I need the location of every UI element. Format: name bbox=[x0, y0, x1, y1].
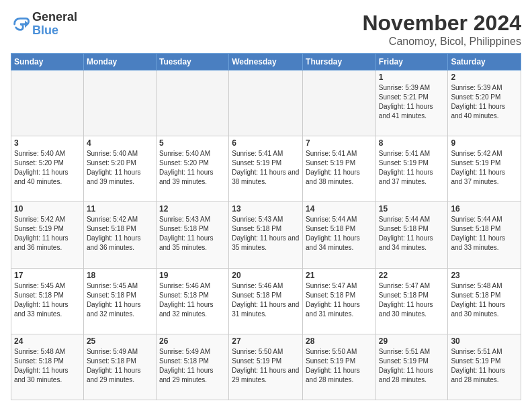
day-info: Sunrise: 5:44 AM Sunset: 5:18 PM Dayligh… bbox=[306, 215, 373, 253]
calendar-cell: 3Sunrise: 5:40 AM Sunset: 5:20 PM Daylig… bbox=[11, 136, 84, 202]
day-number: 30 bbox=[451, 336, 518, 346]
day-info: Sunrise: 5:41 AM Sunset: 5:19 PM Dayligh… bbox=[306, 149, 373, 187]
day-info: Sunrise: 5:49 AM Sunset: 5:18 PM Dayligh… bbox=[159, 347, 226, 385]
day-number: 7 bbox=[306, 138, 373, 148]
day-info: Sunrise: 5:44 AM Sunset: 5:18 PM Dayligh… bbox=[451, 215, 518, 253]
day-info: Sunrise: 5:40 AM Sunset: 5:20 PM Dayligh… bbox=[14, 149, 81, 187]
calendar-cell: 1Sunrise: 5:39 AM Sunset: 5:21 PM Daylig… bbox=[375, 71, 448, 136]
calendar-cell: 30Sunrise: 5:51 AM Sunset: 5:19 PM Dayli… bbox=[448, 334, 521, 400]
day-info: Sunrise: 5:39 AM Sunset: 5:20 PM Dayligh… bbox=[451, 83, 518, 121]
day-info: Sunrise: 5:46 AM Sunset: 5:18 PM Dayligh… bbox=[159, 281, 226, 319]
calendar-cell: 10Sunrise: 5:42 AM Sunset: 5:19 PM Dayli… bbox=[11, 202, 84, 268]
day-info: Sunrise: 5:43 AM Sunset: 5:18 PM Dayligh… bbox=[232, 215, 300, 253]
col-sunday: Sunday bbox=[11, 54, 84, 71]
calendar-cell bbox=[229, 71, 303, 136]
calendar-week-4: 17Sunrise: 5:45 AM Sunset: 5:18 PM Dayli… bbox=[11, 268, 521, 334]
day-info: Sunrise: 5:45 AM Sunset: 5:18 PM Dayligh… bbox=[14, 281, 81, 319]
location-title: Canomoy, Bicol, Philippines bbox=[362, 36, 521, 48]
day-info: Sunrise: 5:50 AM Sunset: 5:19 PM Dayligh… bbox=[306, 347, 373, 385]
calendar-cell: 15Sunrise: 5:44 AM Sunset: 5:18 PM Dayli… bbox=[375, 202, 448, 268]
day-info: Sunrise: 5:41 AM Sunset: 5:19 PM Dayligh… bbox=[232, 149, 300, 187]
calendar-cell bbox=[303, 71, 376, 136]
logo-text: General Blue bbox=[32, 11, 77, 38]
day-number: 13 bbox=[232, 204, 300, 214]
col-saturday: Saturday bbox=[448, 54, 521, 71]
day-info: Sunrise: 5:48 AM Sunset: 5:18 PM Dayligh… bbox=[451, 281, 518, 319]
calendar-cell: 12Sunrise: 5:43 AM Sunset: 5:18 PM Dayli… bbox=[156, 202, 228, 268]
day-info: Sunrise: 5:41 AM Sunset: 5:19 PM Dayligh… bbox=[379, 149, 445, 187]
day-number: 25 bbox=[87, 336, 153, 346]
calendar-cell: 27Sunrise: 5:50 AM Sunset: 5:19 PM Dayli… bbox=[229, 334, 303, 400]
calendar-week-5: 24Sunrise: 5:48 AM Sunset: 5:18 PM Dayli… bbox=[11, 334, 521, 400]
day-number: 15 bbox=[379, 204, 445, 214]
calendar-cell: 14Sunrise: 5:44 AM Sunset: 5:18 PM Dayli… bbox=[303, 202, 376, 268]
day-number: 28 bbox=[306, 336, 373, 346]
calendar-cell: 2Sunrise: 5:39 AM Sunset: 5:20 PM Daylig… bbox=[448, 71, 521, 136]
day-number: 17 bbox=[14, 271, 81, 280]
day-number: 22 bbox=[379, 271, 445, 280]
day-number: 20 bbox=[232, 271, 300, 280]
page: General Blue November 2024 Canomoy, Bico… bbox=[0, 0, 532, 411]
col-wednesday: Wednesday bbox=[229, 54, 303, 71]
calendar-cell: 5Sunrise: 5:40 AM Sunset: 5:20 PM Daylig… bbox=[156, 136, 228, 202]
day-info: Sunrise: 5:50 AM Sunset: 5:19 PM Dayligh… bbox=[232, 347, 300, 385]
logo-icon bbox=[11, 15, 30, 34]
day-info: Sunrise: 5:42 AM Sunset: 5:19 PM Dayligh… bbox=[451, 149, 518, 187]
day-info: Sunrise: 5:39 AM Sunset: 5:21 PM Dayligh… bbox=[379, 83, 445, 121]
col-friday: Friday bbox=[375, 54, 448, 71]
day-info: Sunrise: 5:40 AM Sunset: 5:20 PM Dayligh… bbox=[87, 149, 153, 187]
day-number: 27 bbox=[232, 336, 300, 346]
calendar-cell: 19Sunrise: 5:46 AM Sunset: 5:18 PM Dayli… bbox=[156, 268, 228, 334]
day-number: 3 bbox=[14, 138, 81, 148]
calendar-cell: 18Sunrise: 5:45 AM Sunset: 5:18 PM Dayli… bbox=[83, 268, 156, 334]
day-info: Sunrise: 5:47 AM Sunset: 5:18 PM Dayligh… bbox=[306, 281, 373, 319]
day-info: Sunrise: 5:46 AM Sunset: 5:18 PM Dayligh… bbox=[232, 281, 300, 319]
day-info: Sunrise: 5:43 AM Sunset: 5:18 PM Dayligh… bbox=[159, 215, 226, 253]
day-number: 18 bbox=[87, 271, 153, 280]
calendar-cell bbox=[11, 71, 84, 136]
calendar-cell: 28Sunrise: 5:50 AM Sunset: 5:19 PM Dayli… bbox=[303, 334, 376, 400]
day-number: 10 bbox=[14, 204, 81, 214]
calendar-cell: 24Sunrise: 5:48 AM Sunset: 5:18 PM Dayli… bbox=[11, 334, 84, 400]
day-number: 16 bbox=[451, 204, 518, 214]
day-number: 26 bbox=[159, 336, 226, 346]
calendar: Sunday Monday Tuesday Wednesday Thursday… bbox=[11, 53, 521, 400]
logo-line2: Blue bbox=[32, 24, 77, 38]
day-info: Sunrise: 5:49 AM Sunset: 5:18 PM Dayligh… bbox=[87, 347, 153, 385]
calendar-cell bbox=[83, 71, 156, 136]
day-number: 19 bbox=[159, 271, 226, 280]
day-info: Sunrise: 5:40 AM Sunset: 5:20 PM Dayligh… bbox=[159, 149, 226, 187]
day-info: Sunrise: 5:42 AM Sunset: 5:19 PM Dayligh… bbox=[14, 215, 81, 253]
day-number: 12 bbox=[159, 204, 226, 214]
day-info: Sunrise: 5:42 AM Sunset: 5:18 PM Dayligh… bbox=[87, 215, 153, 253]
day-number: 4 bbox=[87, 138, 153, 148]
calendar-cell: 21Sunrise: 5:47 AM Sunset: 5:18 PM Dayli… bbox=[303, 268, 376, 334]
calendar-cell: 20Sunrise: 5:46 AM Sunset: 5:18 PM Dayli… bbox=[229, 268, 303, 334]
logo-line1: General bbox=[32, 11, 77, 24]
col-tuesday: Tuesday bbox=[156, 54, 228, 71]
calendar-cell: 17Sunrise: 5:45 AM Sunset: 5:18 PM Dayli… bbox=[11, 268, 84, 334]
day-number: 14 bbox=[306, 204, 373, 214]
day-number: 29 bbox=[379, 336, 445, 346]
calendar-cell: 23Sunrise: 5:48 AM Sunset: 5:18 PM Dayli… bbox=[448, 268, 521, 334]
day-number: 9 bbox=[451, 138, 518, 148]
calendar-week-3: 10Sunrise: 5:42 AM Sunset: 5:19 PM Dayli… bbox=[11, 202, 521, 268]
calendar-cell: 26Sunrise: 5:49 AM Sunset: 5:18 PM Dayli… bbox=[156, 334, 228, 400]
calendar-week-2: 3Sunrise: 5:40 AM Sunset: 5:20 PM Daylig… bbox=[11, 136, 521, 202]
calendar-cell: 29Sunrise: 5:51 AM Sunset: 5:19 PM Dayli… bbox=[375, 334, 448, 400]
col-monday: Monday bbox=[83, 54, 156, 71]
day-number: 11 bbox=[87, 204, 153, 214]
calendar-cell: 11Sunrise: 5:42 AM Sunset: 5:18 PM Dayli… bbox=[83, 202, 156, 268]
logo: General Blue bbox=[11, 11, 77, 38]
day-info: Sunrise: 5:51 AM Sunset: 5:19 PM Dayligh… bbox=[379, 347, 445, 385]
calendar-cell: 13Sunrise: 5:43 AM Sunset: 5:18 PM Dayli… bbox=[229, 202, 303, 268]
title-block: November 2024 Canomoy, Bicol, Philippine… bbox=[362, 11, 521, 48]
calendar-cell: 8Sunrise: 5:41 AM Sunset: 5:19 PM Daylig… bbox=[375, 136, 448, 202]
day-info: Sunrise: 5:47 AM Sunset: 5:18 PM Dayligh… bbox=[379, 281, 445, 319]
col-thursday: Thursday bbox=[303, 54, 376, 71]
day-info: Sunrise: 5:44 AM Sunset: 5:18 PM Dayligh… bbox=[379, 215, 445, 253]
day-number: 5 bbox=[159, 138, 226, 148]
day-info: Sunrise: 5:48 AM Sunset: 5:18 PM Dayligh… bbox=[14, 347, 81, 385]
calendar-week-1: 1Sunrise: 5:39 AM Sunset: 5:21 PM Daylig… bbox=[11, 71, 521, 136]
calendar-cell: 7Sunrise: 5:41 AM Sunset: 5:19 PM Daylig… bbox=[303, 136, 376, 202]
